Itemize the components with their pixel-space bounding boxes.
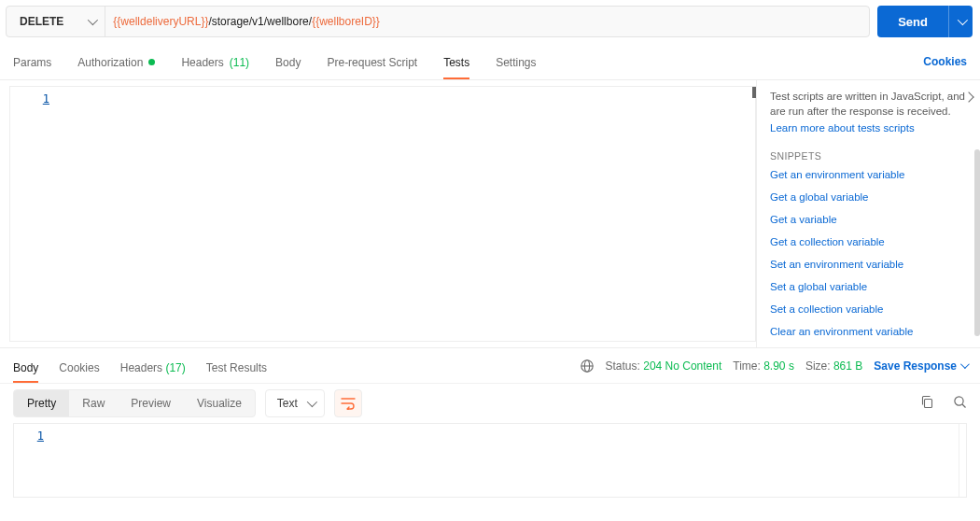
view-visualize-button[interactable]: Visualize bbox=[184, 390, 255, 416]
snippets-hint: Test scripts are written in JavaScript, … bbox=[770, 90, 969, 119]
size-label: Size: 861 B bbox=[805, 359, 862, 373]
gutter: 1 bbox=[10, 87, 59, 341]
resp-tab-headers[interactable]: Headers (17) bbox=[120, 350, 186, 382]
time-label: Time: 8.90 s bbox=[733, 359, 794, 373]
http-method-select[interactable]: DELETE bbox=[7, 7, 105, 36]
scrollbar[interactable] bbox=[974, 149, 980, 336]
snippet-item[interactable]: Clear an environment variable bbox=[770, 326, 969, 337]
resp-tab-cookies[interactable]: Cookies bbox=[59, 350, 99, 382]
learn-more-link[interactable]: Learn more about tests scripts bbox=[770, 122, 915, 134]
snippet-item[interactable]: Set a collection variable bbox=[770, 303, 969, 315]
tests-code-editor[interactable]: 1 bbox=[9, 86, 756, 342]
http-method-label: DELETE bbox=[20, 15, 63, 28]
status-dot-icon bbox=[148, 59, 155, 65]
code-content[interactable] bbox=[53, 424, 966, 497]
url-variable: {{welldeliveryURL}} bbox=[113, 15, 208, 28]
line-number: 1 bbox=[43, 92, 49, 106]
url-segment: /storage/v1/wellbore/ bbox=[208, 15, 312, 28]
resp-tab-test-results[interactable]: Test Results bbox=[206, 350, 267, 382]
minimap bbox=[959, 424, 966, 497]
copy-icon[interactable] bbox=[920, 395, 934, 412]
snippet-item[interactable]: Set a global variable bbox=[770, 281, 969, 292]
size-value: 861 B bbox=[833, 359, 862, 373]
request-tabs: Params Authorization Headers (11) Body P… bbox=[13, 45, 537, 78]
gutter: 1 bbox=[14, 424, 53, 497]
svg-point-4 bbox=[955, 397, 963, 405]
svg-line-5 bbox=[962, 404, 966, 408]
chevron-down-icon bbox=[957, 15, 967, 25]
snippet-item[interactable]: Set an environment variable bbox=[770, 259, 969, 270]
response-tabs: Body Cookies Headers (17) Test Results bbox=[13, 350, 267, 382]
status-value: 204 No Content bbox=[643, 359, 721, 373]
svg-rect-3 bbox=[925, 400, 932, 408]
url-variable: {{wellboreID}} bbox=[312, 15, 380, 28]
tab-body[interactable]: Body bbox=[275, 45, 301, 78]
send-button[interactable]: Send bbox=[877, 6, 948, 37]
search-icon[interactable] bbox=[953, 395, 967, 412]
chevron-down-icon bbox=[88, 15, 98, 25]
headers-count: (11) bbox=[230, 56, 249, 69]
cookies-link[interactable]: Cookies bbox=[923, 55, 967, 68]
network-icon[interactable] bbox=[580, 359, 595, 373]
tab-pre-request-script[interactable]: Pre-request Script bbox=[327, 45, 417, 78]
format-select[interactable]: Text bbox=[265, 389, 325, 417]
snippets-panel: Test scripts are written in JavaScript, … bbox=[756, 80, 980, 347]
chevron-down-icon bbox=[960, 359, 970, 369]
wrap-lines-button[interactable] bbox=[334, 389, 362, 417]
view-raw-button[interactable]: Raw bbox=[69, 390, 118, 416]
response-body-editor[interactable]: 1 bbox=[13, 423, 967, 498]
view-preview-button[interactable]: Preview bbox=[118, 390, 184, 416]
snippet-item[interactable]: Get an environment variable bbox=[770, 169, 969, 180]
code-content[interactable] bbox=[59, 87, 755, 341]
view-mode-segmented: Pretty Raw Preview Visualize bbox=[13, 389, 256, 417]
tab-settings[interactable]: Settings bbox=[496, 45, 536, 78]
status-label: Status: 204 No Content bbox=[606, 359, 722, 373]
tab-tests[interactable]: Tests bbox=[443, 45, 469, 78]
time-value: 8.90 s bbox=[763, 359, 794, 373]
tab-authorization[interactable]: Authorization bbox=[77, 45, 155, 78]
send-options-button[interactable] bbox=[948, 6, 973, 37]
chevron-down-icon bbox=[307, 397, 317, 407]
url-input[interactable]: {{welldeliveryURL}}/storage/v1/wellbore/… bbox=[105, 7, 869, 36]
resp-tab-body[interactable]: Body bbox=[13, 350, 38, 382]
snippet-item[interactable]: Get a global variable bbox=[770, 191, 969, 203]
view-pretty-button[interactable]: Pretty bbox=[14, 390, 69, 416]
snippets-title: SNIPPETS bbox=[770, 150, 969, 162]
tab-params[interactable]: Params bbox=[13, 45, 51, 78]
format-label: Text bbox=[277, 397, 298, 410]
resp-headers-count: (17) bbox=[165, 361, 185, 374]
snippets-list: Get an environment variable Get a global… bbox=[770, 169, 969, 337]
line-number: 1 bbox=[37, 429, 44, 443]
snippet-item[interactable]: Get a collection variable bbox=[770, 236, 969, 247]
tab-headers[interactable]: Headers (11) bbox=[181, 45, 249, 78]
snippet-item[interactable]: Get a variable bbox=[770, 214, 969, 225]
save-response-button[interactable]: Save Response bbox=[874, 359, 967, 373]
